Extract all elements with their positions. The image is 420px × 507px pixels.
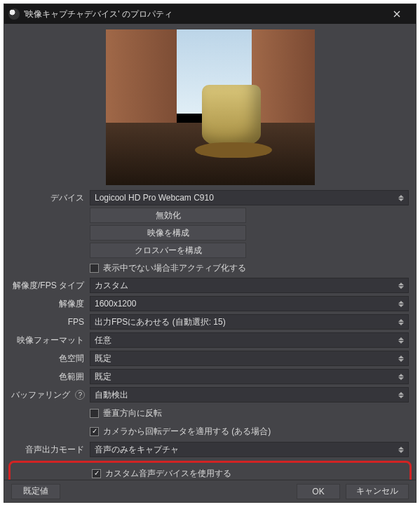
close-button[interactable] — [382, 4, 412, 24]
label-audiomode: 音声出力モード — [11, 444, 90, 456]
form: デバイス Logicool HD Pro Webcam C910 無効化 映像を… — [11, 189, 409, 480]
deactivate-when-hidden-checkbox[interactable]: 表示中でない場合非アクティブ化する — [90, 260, 246, 276]
fps-select[interactable]: 出力FPSにあわせる (自動選択: 15) — [90, 314, 409, 330]
colorrange-select[interactable]: 既定 — [90, 369, 409, 384]
chevron-updown-icon — [398, 392, 404, 398]
chevron-updown-icon — [398, 319, 404, 325]
chevron-updown-icon — [398, 337, 404, 344]
label-colorrange: 色範囲 — [11, 371, 90, 383]
footer: 既定値 OK キャンセル — [4, 480, 416, 502]
label-resfps: 解像度/FPS タイプ — [11, 280, 90, 292]
chevron-updown-icon — [398, 447, 404, 453]
apply-rotation-checkbox[interactable]: カメラから回転データを適用する (ある場合) — [90, 424, 271, 439]
buffering-select[interactable]: 自動検出 — [90, 387, 409, 403]
chevron-updown-icon — [398, 195, 404, 201]
label-buffering: バッファリング ? — [11, 389, 90, 401]
videofmt-select[interactable]: 任意 — [90, 332, 409, 348]
chevron-updown-icon — [398, 283, 404, 289]
audiomode-select[interactable]: 音声のみをキャプチャ — [90, 442, 409, 457]
custom-audio-checkbox[interactable]: カスタム音声デバイスを使用する — [92, 466, 231, 480]
help-icon[interactable]: ? — [75, 390, 85, 400]
checkbox-icon — [90, 409, 99, 418]
device-select[interactable]: Logicool HD Pro Webcam C910 — [90, 190, 409, 205]
defaults-button[interactable]: 既定値 — [11, 484, 60, 499]
properties-window: '映像キャプチャデバイス' のプロパティ デバイス Logicool HD Pr… — [4, 4, 416, 503]
resolution-select[interactable]: 1600x1200 — [90, 296, 409, 311]
window-title: '映像キャプチャデバイス' のプロパティ — [24, 8, 382, 20]
obs-icon — [8, 8, 20, 20]
checkbox-checked-icon — [90, 427, 99, 436]
label-colorspace: 色空間 — [11, 353, 90, 365]
configure-video-button[interactable]: 映像を構成 — [90, 225, 246, 241]
video-preview — [106, 29, 315, 185]
label-fps: FPS — [11, 317, 90, 327]
cancel-button[interactable]: キャンセル — [346, 484, 409, 499]
titlebar[interactable]: '映像キャプチャデバイス' のプロパティ — [4, 4, 416, 24]
close-icon — [393, 11, 400, 18]
label-resolution: 解像度 — [11, 298, 90, 310]
deactivate-button[interactable]: 無効化 — [90, 208, 246, 223]
ok-button[interactable]: OK — [297, 484, 340, 499]
label-videofmt: 映像フォーマット — [11, 334, 90, 346]
chevron-updown-icon — [398, 356, 404, 362]
content-area: デバイス Logicool HD Pro Webcam C910 無効化 映像を… — [4, 24, 416, 480]
colorspace-select[interactable]: 既定 — [90, 351, 409, 366]
flip-vertical-checkbox[interactable]: 垂直方向に反転 — [90, 405, 162, 421]
checkbox-icon — [90, 264, 99, 273]
chevron-updown-icon — [398, 374, 404, 380]
resfps-select[interactable]: カスタム — [90, 278, 409, 293]
configure-crossbar-button[interactable]: クロスバーを構成 — [90, 243, 246, 258]
chevron-updown-icon — [398, 301, 404, 307]
highlight-box: カスタム音声デバイスを使用する 音声デバイス マイク (HD Pro Webca… — [8, 461, 412, 480]
checkbox-checked-icon — [92, 469, 101, 478]
label-device: デバイス — [11, 192, 90, 204]
